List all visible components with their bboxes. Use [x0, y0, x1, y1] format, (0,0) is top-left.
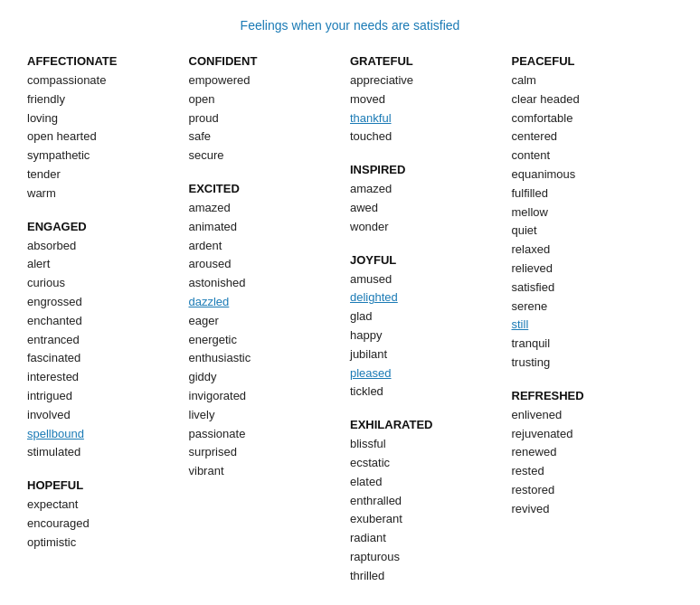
- feeling-item-encouraged: encouraged: [27, 515, 189, 534]
- feeling-item-amazed: amazed: [350, 180, 512, 199]
- feeling-item-spellbound[interactable]: spellbound: [27, 425, 189, 444]
- feeling-item-interested: interested: [27, 368, 189, 387]
- feeling-item-relieved: relieved: [512, 260, 674, 279]
- feeling-item-energetic: energetic: [189, 331, 351, 350]
- feeling-item-trusting: trusting: [512, 354, 674, 373]
- feeling-item-surprised: surprised: [189, 443, 351, 462]
- feeling-item-quiet: quiet: [512, 222, 674, 241]
- feeling-item-proud: proud: [189, 109, 351, 128]
- feeling-item-wonder: wonder: [350, 218, 512, 237]
- feeling-item-intrigued: intrigued: [27, 387, 189, 406]
- feeling-item-centered: centered: [512, 128, 674, 147]
- category-header-hopeful: HOPEFUL: [27, 478, 189, 492]
- category-header-refreshed: REFRESHED: [512, 389, 674, 402]
- feeling-item-comfortable: comfortable: [512, 109, 674, 128]
- feeling-item-giddy: giddy: [189, 368, 351, 387]
- category-header-grateful: GRATEFUL: [350, 54, 512, 68]
- feeling-item-loving: loving: [27, 109, 189, 128]
- feeling-item-appreciative: appreciative: [350, 71, 512, 90]
- feeling-item-serene: serene: [512, 298, 674, 317]
- feeling-item-lively: lively: [189, 406, 351, 425]
- feeling-item-relaxed: relaxed: [512, 241, 674, 260]
- feeling-item-enlivened: enlivened: [512, 406, 674, 425]
- feeling-item-open: open: [189, 90, 351, 109]
- feeling-item-revived: revived: [512, 500, 674, 519]
- feeling-item-exuberant: exuberant: [350, 510, 512, 529]
- feeling-item-touched: touched: [350, 128, 512, 147]
- category-header-exhilarated: EXHILARATED: [350, 418, 512, 431]
- feeling-item-invigorated: invigorated: [189, 387, 351, 406]
- feeling-item-thrilled: thrilled: [350, 567, 512, 586]
- feeling-item-enthralled: enthralled: [350, 492, 512, 511]
- feeling-item-ecstatic: ecstatic: [350, 454, 512, 473]
- column-4: PEACEFULcalmclear headedcomfortablecente…: [512, 54, 674, 586]
- feeling-item-dazzled[interactable]: dazzled: [189, 293, 351, 312]
- feeling-item-blissful: blissful: [350, 435, 512, 454]
- column-2: CONFIDENTempoweredopenproudsafesecureEXC…: [189, 54, 351, 586]
- feeling-item-expectant: expectant: [27, 496, 189, 515]
- feeling-item-ardent: ardent: [189, 237, 351, 256]
- feeling-item-astonished: astonished: [189, 274, 351, 293]
- category-header-engaged: ENGAGED: [27, 220, 189, 233]
- feeling-item-mellow: mellow: [512, 203, 674, 222]
- feeling-item-enthusiastic: enthusiastic: [189, 349, 351, 368]
- feeling-item-eager: eager: [189, 312, 351, 331]
- feeling-item-animated: animated: [189, 218, 351, 237]
- feeling-item-friendly: friendly: [27, 90, 189, 109]
- feeling-item-absorbed: absorbed: [27, 237, 189, 256]
- column-1: AFFECTIONATEcompassionatefriendlylovingo…: [27, 54, 189, 586]
- feeling-item-entranced: entranced: [27, 331, 189, 350]
- feeling-item-vibrant: vibrant: [189, 462, 351, 481]
- feeling-item-tickled: tickled: [350, 383, 512, 402]
- feeling-item-glad: glad: [350, 307, 512, 326]
- feeling-item-passionate: passionate: [189, 425, 351, 444]
- category-header-inspired: INSPIRED: [350, 163, 512, 176]
- feeling-item-empowered: empowered: [189, 71, 351, 90]
- feeling-item-jubilant: jubilant: [350, 345, 512, 364]
- feeling-item-engrossed: engrossed: [27, 293, 189, 312]
- feeling-item-radiant: radiant: [350, 529, 512, 548]
- feeling-item-enchanted: enchanted: [27, 312, 189, 331]
- feeling-item-still[interactable]: still: [512, 316, 674, 335]
- feeling-item-renewed: renewed: [512, 443, 674, 462]
- feeling-item-involved: involved: [27, 406, 189, 425]
- feeling-item-content: content: [512, 147, 674, 165]
- feeling-item-amazed: amazed: [189, 199, 351, 218]
- feeling-item-curious: curious: [27, 274, 189, 293]
- feeling-item-delighted[interactable]: delighted: [350, 288, 512, 307]
- feeling-item-compassionate: compassionate: [27, 71, 189, 90]
- feeling-item-safe: safe: [189, 128, 351, 147]
- feeling-item-warm: warm: [27, 184, 189, 203]
- feeling-item-aroused: aroused: [189, 255, 351, 274]
- column-3: GRATEFULappreciativemovedthankfultouched…: [350, 54, 512, 586]
- feeling-item-optimistic: optimistic: [27, 534, 189, 553]
- feeling-item-restored: restored: [512, 481, 674, 500]
- feeling-item-rejuvenated: rejuvenated: [512, 425, 674, 444]
- category-header-peaceful: PEACEFUL: [512, 54, 674, 68]
- feeling-item-equanimous: equanimous: [512, 165, 674, 184]
- feeling-item-moved: moved: [350, 90, 512, 109]
- category-header-affectionate: AFFECTIONATE: [27, 54, 189, 68]
- feeling-item-stimulated: stimulated: [27, 443, 189, 462]
- feeling-item-rested: rested: [512, 462, 674, 481]
- feeling-item-calm: calm: [512, 71, 674, 90]
- feeling-item-tranquil: tranquil: [512, 335, 674, 354]
- feeling-item-secure: secure: [189, 147, 351, 165]
- feeling-item-fascinated: fascinated: [27, 349, 189, 368]
- category-header-joyful: JOYFUL: [350, 253, 512, 267]
- page-title: Feelings when your needs are satisfied: [27, 18, 673, 33]
- feeling-item-thankful[interactable]: thankful: [350, 109, 512, 128]
- feeling-item-pleased[interactable]: pleased: [350, 364, 512, 383]
- category-header-excited: EXCITED: [189, 182, 351, 195]
- feeling-item-elated: elated: [350, 473, 512, 492]
- feeling-item-open-hearted: open hearted: [27, 128, 189, 147]
- feeling-item-alert: alert: [27, 255, 189, 274]
- feeling-item-tender: tender: [27, 165, 189, 184]
- feelings-grid: AFFECTIONATEcompassionatefriendlylovingo…: [27, 54, 673, 586]
- feeling-item-amused: amused: [350, 270, 512, 289]
- feeling-item-clear-headed: clear headed: [512, 90, 674, 109]
- feeling-item-rapturous: rapturous: [350, 548, 512, 567]
- feeling-item-satisfied: satisfied: [512, 279, 674, 298]
- feeling-item-happy: happy: [350, 326, 512, 345]
- feeling-item-awed: awed: [350, 199, 512, 218]
